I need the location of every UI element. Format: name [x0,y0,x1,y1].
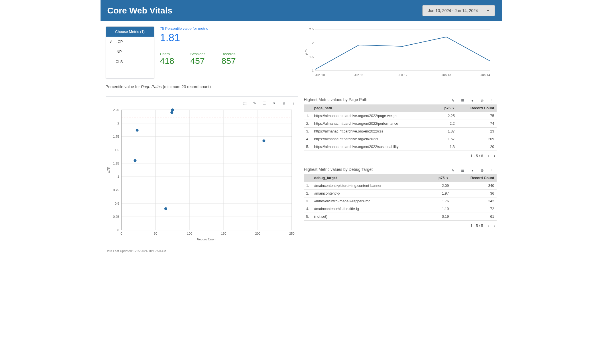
table-row[interactable]: 1.#maincontent>picture>img.content-banne… [304,182,497,190]
svg-text:p75: p75 [304,49,308,55]
tune-icon[interactable]: ☰ [461,168,465,173]
pagepath-col-p75[interactable]: p75 ▼ [436,104,457,112]
filter-icon[interactable]: ▾ [272,101,276,105]
scatter-toolbar: ⬚ ✎ ☰ ▾ ⊕ ⋮ [106,99,298,107]
scatter-title-prefix: Percentile value for [106,84,141,89]
svg-text:250: 250 [289,232,294,235]
zoom-icon[interactable]: ⊕ [282,101,286,105]
svg-text:1.5: 1.5 [309,55,314,59]
page-title: Core Web Vitals [107,6,172,15]
svg-text:0.75: 0.75 [113,188,119,192]
debug-col-count[interactable]: Record Count [451,174,496,182]
scatter-title-suffix: (minimum 20 record count) [162,84,211,89]
svg-text:Jun 10: Jun 10 [315,73,325,77]
svg-text:Jun 12: Jun 12 [398,73,407,77]
svg-text:1.5: 1.5 [115,148,119,152]
pencil-icon[interactable]: ✎ [451,168,455,173]
pagepath-prev-icon[interactable]: ‹ [488,153,489,158]
debug-prev-icon[interactable]: ‹ [488,223,489,228]
more-icon[interactable]: ⋮ [490,168,494,173]
pencil-icon[interactable]: ✎ [252,101,257,105]
table-row[interactable]: 2.https://almanac.httparchive.org/en/202… [304,120,497,128]
pagepath-col-count[interactable]: Record Count [457,104,497,112]
filter-icon[interactable]: ▾ [470,98,475,103]
date-range-label: Jun 10, 2024 - Jun 14, 2024 [428,8,478,13]
debug-col-target[interactable]: debug_target [312,174,427,182]
svg-text:p75: p75 [107,167,110,173]
more-icon[interactable]: ⋮ [490,98,494,103]
svg-text:2: 2 [312,41,314,45]
tables-panel: Highest Metric values by Page Path ✎ ☰ ▾… [304,96,497,242]
tune-icon[interactable]: ☰ [461,98,465,103]
pagepath-next-icon[interactable]: › [494,153,495,158]
svg-text:100: 100 [187,232,192,235]
metric-option-inp[interactable]: INP [106,47,154,57]
svg-point-49 [170,111,173,114]
debug-pager: 1 - 5 / 5 ‹ › [304,221,497,230]
pagepath-table-section: Highest Metric values by Page Path ✎ ☰ ▾… [304,96,497,161]
svg-text:0.5: 0.5 [115,202,119,205]
table-row[interactable]: 3.https://almanac.httparchive.org/en/202… [304,128,497,135]
metric-selector-title: Choose Metric (1) [106,27,154,37]
debug-col-p75[interactable]: p75 ▼ [427,174,451,182]
pagepath-col-path[interactable]: page_path [312,104,436,112]
metric-option-cls[interactable]: CLS [106,57,154,67]
debug-toolbar: ✎ ☰ ▾ ⊕ ⋮ [448,166,497,174]
pencil-icon[interactable]: ✎ [451,98,455,103]
svg-text:1: 1 [312,69,314,72]
svg-text:150: 150 [221,232,226,235]
svg-text:200: 200 [255,232,260,235]
pagepath-table: page_path p75 ▼ Record Count 1.https://a… [304,104,497,151]
svg-point-48 [171,108,174,111]
table-row[interactable]: 4.https://almanac.httparchive.org/en/202… [304,135,497,143]
table-row[interactable]: 1.https://almanac.httparchive.org/en/202… [304,112,497,120]
scatter-title-emphasis: Page Paths [141,84,162,89]
filter-icon[interactable]: ▾ [470,168,475,173]
line-chart: 11.522.5Jun 10Jun 11Jun 12Jun 13Jun 14p7… [304,26,497,79]
kpi-block: 75 Percentile value for metric 1.81 User… [160,26,298,79]
select-icon[interactable]: ⬚ [243,101,247,105]
svg-text:Jun 14: Jun 14 [481,73,490,77]
svg-text:Record Count: Record Count [197,238,217,241]
debug-next-icon[interactable]: › [494,223,495,228]
header-bar: Core Web Vitals Jun 10, 2024 - Jun 14, 2… [101,0,502,21]
sort-desc-icon: ▼ [451,107,455,110]
table-row[interactable]: 2.#maincontent>p1.9736 [304,190,497,197]
svg-rect-46 [121,110,292,230]
zoom-icon[interactable]: ⊕ [480,98,485,103]
svg-point-51 [262,139,265,142]
svg-text:2: 2 [117,122,119,125]
tune-icon[interactable]: ☰ [262,101,267,105]
debug-table: debug_target p75 ▼ Record Count 1.#mainc… [304,174,497,221]
sort-desc-icon: ▼ [445,177,449,180]
kpi-sessions-value: 457 [190,56,206,66]
footer-updated: Data Last Updated: 6/15/2024 10:12:50 AM [101,248,502,257]
kpi-users-label: Users [160,52,174,56]
svg-text:0.25: 0.25 [113,215,119,218]
table-row[interactable]: 5.https://almanac.httparchive.org/en/202… [304,143,497,151]
metric-selector: Choose Metric (1) LCP INP CLS [106,26,154,79]
svg-text:0: 0 [120,232,122,235]
date-range-picker[interactable]: Jun 10, 2024 - Jun 14, 2024 [422,5,495,16]
table-row[interactable]: 5.(not set)0.1961 [304,213,497,221]
zoom-icon[interactable]: ⊕ [480,168,485,173]
chevron-down-icon [487,8,489,13]
svg-point-52 [133,159,136,162]
kpi-users-value: 418 [160,56,174,66]
svg-text:Jun 13: Jun 13 [442,73,451,77]
pagepath-table-title: Highest Metric values by Page Path [304,97,367,102]
debug-table-title: Highest Metric values by Debug Target [304,167,373,172]
svg-text:2.5: 2.5 [309,27,314,31]
kpi-p75-value: 1.81 [160,32,298,44]
scatter-section-title: Percentile value for Page Paths (minimum… [106,84,497,91]
debug-table-section: Highest Metric values by Debug Target ✎ … [304,166,497,230]
table-row[interactable]: 3.#intro>div.intro-image-wrapper>img1.76… [304,197,497,205]
debug-pager-range: 1 - 5 / 5 [471,223,483,228]
pagepath-toolbar: ✎ ☰ ▾ ⊕ ⋮ [448,96,497,104]
metric-option-lcp[interactable]: LCP [106,37,154,47]
svg-text:2.25: 2.25 [113,108,119,112]
summary-panel: Choose Metric (1) LCP INP CLS 75 Percent… [106,26,298,79]
kpi-p75-label: 75 Percentile value for metric [160,26,298,31]
more-icon[interactable]: ⋮ [291,101,296,105]
table-row[interactable]: 4.#maincontent>h1.title.title-lg1.1972 [304,205,497,213]
